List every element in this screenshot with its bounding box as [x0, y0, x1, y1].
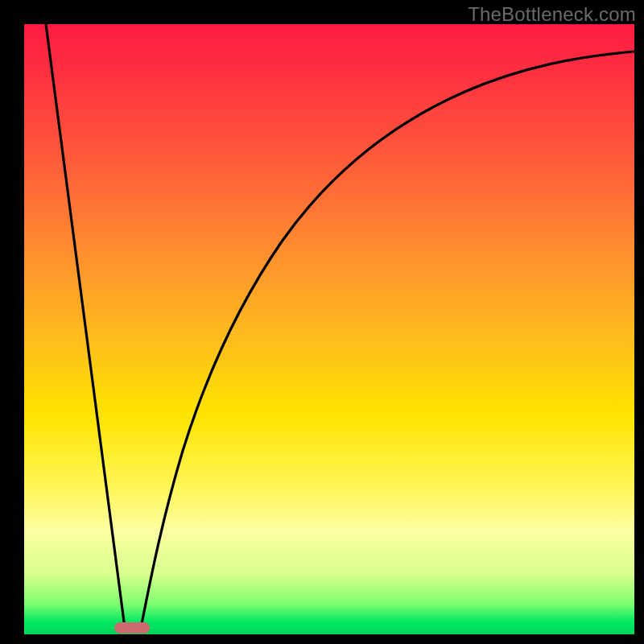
- chart-lines: [24, 24, 634, 634]
- plot-area: [24, 24, 634, 634]
- chart-frame: TheBottleneck.com: [0, 0, 644, 644]
- min-marker: [114, 622, 150, 634]
- curve-right-segment: [141, 52, 634, 628]
- curve-left-segment: [46, 24, 125, 628]
- watermark-text: TheBottleneck.com: [468, 3, 636, 26]
